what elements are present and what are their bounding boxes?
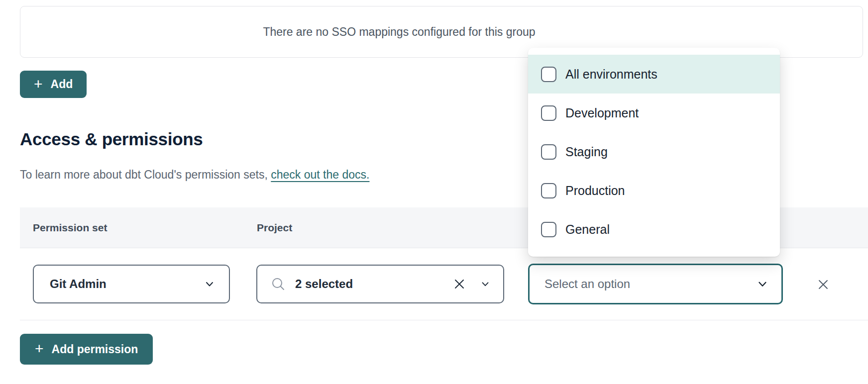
intro-text: To learn more about dbt Cloud's permissi…	[20, 168, 271, 181]
section-description: To learn more about dbt Cloud's permissi…	[20, 168, 369, 182]
docs-link[interactable]: check out the docs.	[271, 168, 369, 181]
clear-selection-icon[interactable]	[452, 277, 466, 291]
environment-placeholder: Select an option	[544, 277, 630, 291]
project-select[interactable]: 2 selected	[256, 265, 504, 303]
add-button-label: Add	[51, 78, 73, 91]
column-header-project: Project	[257, 207, 292, 248]
checkbox[interactable]	[541, 67, 556, 82]
option-label: Production	[565, 184, 625, 198]
add-permission-button[interactable]: + Add permission	[20, 334, 153, 365]
environment-select[interactable]: Select an option	[528, 264, 783, 304]
project-selected-count: 2 selected	[295, 277, 452, 291]
plus-icon: +	[34, 77, 43, 92]
group-settings-page: There are no SSO mappings configured for…	[0, 0, 868, 384]
option-label: General	[565, 222, 610, 237]
option-label: Development	[565, 106, 639, 120]
checkbox[interactable]	[541, 183, 556, 198]
environment-dropdown-menu: All environments Development Staging Pro…	[528, 48, 780, 257]
search-icon	[270, 276, 286, 292]
table-row-divider	[20, 320, 868, 320]
chevron-down-icon	[204, 279, 215, 289]
dropdown-option-development[interactable]: Development	[528, 94, 780, 132]
dropdown-option-staging[interactable]: Staging	[528, 132, 780, 171]
chevron-down-icon	[480, 279, 490, 289]
option-label: All environments	[565, 67, 657, 82]
plus-icon: +	[35, 341, 44, 356]
dropdown-option-all-environments[interactable]: All environments	[528, 55, 780, 94]
permission-set-value: Git Admin	[50, 277, 107, 291]
dropdown-option-production[interactable]: Production	[528, 171, 780, 210]
add-sso-mapping-button[interactable]: + Add	[20, 71, 87, 98]
remove-row-icon	[816, 277, 831, 292]
chevron-down-icon	[757, 278, 768, 290]
sso-empty-message: There are no SSO mappings configured for…	[263, 25, 535, 39]
dropdown-option-general[interactable]: General	[528, 210, 780, 249]
checkbox[interactable]	[541, 105, 556, 121]
page-title: Access & permissions	[20, 129, 203, 149]
add-permission-label: Add permission	[52, 343, 138, 356]
checkbox[interactable]	[541, 222, 556, 237]
permission-set-select[interactable]: Git Admin	[33, 265, 230, 303]
option-label: Staging	[565, 145, 608, 159]
remove-permission-row-button[interactable]	[814, 276, 832, 293]
checkbox[interactable]	[541, 144, 556, 160]
column-header-permission-set: Permission set	[33, 207, 107, 248]
